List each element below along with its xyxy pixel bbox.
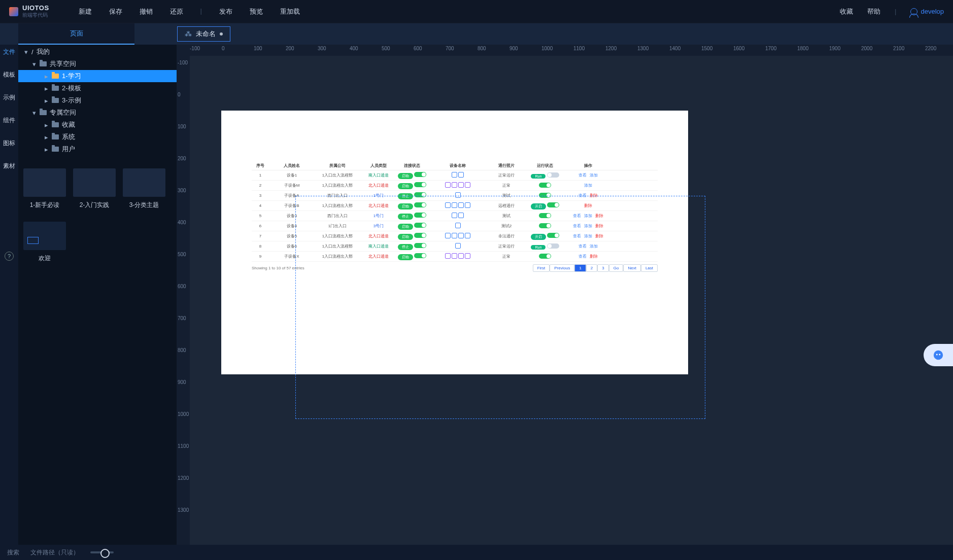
tree-item-label: 1-学习 bbox=[62, 72, 81, 81]
file-tree: ▾/ 我的 ▾ 共享空间 ▸ 1-学习 ▸ 2-模板 ▸ 3-示例 bbox=[18, 45, 177, 159]
pager: FirstPrevious123GoNextLast bbox=[533, 266, 658, 270]
table-row[interactable]: 6设备41门出入口3号门启动 测试2查看添加删除 bbox=[252, 221, 658, 231]
tree-private[interactable]: ▾ 专属空间 bbox=[18, 107, 177, 119]
table-row[interactable]: 3子设备A西门出入口1号门停止 测试查看删除 bbox=[252, 191, 658, 201]
caret-right-icon: ▸ bbox=[44, 85, 49, 92]
thumb-welcome[interactable]: 欢迎 bbox=[23, 222, 66, 263]
menu-new[interactable]: 新建 bbox=[79, 7, 92, 16]
menu-separator-right: | bbox=[895, 8, 896, 15]
pager-previous[interactable]: Previous bbox=[550, 264, 574, 272]
tab-document-label: 未命名 bbox=[196, 29, 216, 39]
menu-restore[interactable]: 还原 bbox=[170, 7, 183, 16]
pager-first[interactable]: First bbox=[533, 264, 550, 272]
menu-help[interactable]: 帮助 bbox=[867, 7, 880, 16]
tree-item-sys[interactable]: ▸ 系统 bbox=[18, 131, 177, 143]
user-name: develop bbox=[921, 8, 944, 15]
pager-last[interactable]: Last bbox=[641, 264, 658, 272]
tree-item-study[interactable]: ▸ 1-学习 bbox=[18, 70, 177, 82]
cat-file[interactable]: 文件 bbox=[3, 48, 15, 56]
cat-example[interactable]: 示例 bbox=[3, 93, 15, 102]
assistant-button[interactable] bbox=[924, 344, 953, 366]
category-strip: 文件 模板 示例 组件 图标 素材 ? bbox=[0, 45, 18, 545]
caret-down-icon: ▾ bbox=[31, 60, 37, 68]
tree-item-user[interactable]: ▸ 用户 bbox=[18, 143, 177, 155]
main-menu: 新建 保存 撤销 还原 | 发布 预览 重加载 bbox=[79, 7, 300, 16]
preview-table: 序号人员姓名所属公司人员类型连接状态设备名称通行照片运行状态操作 1设备11入口… bbox=[252, 161, 658, 324]
cat-icon[interactable]: 图标 bbox=[3, 139, 15, 148]
thumb-newbie[interactable]: 1-新手必读 bbox=[23, 168, 66, 209]
unsaved-dot-icon bbox=[220, 32, 223, 36]
table-row[interactable]: 7设备51入口流程出入部北入口通道启动 非法通行开启 查看添加删除 bbox=[252, 231, 658, 241]
canvas[interactable]: -100010020030040050060070080090010001100… bbox=[177, 45, 953, 545]
table-row[interactable]: 8设备61入口出入流程部南入口通道停止 正常运行Run 查看添加 bbox=[252, 241, 658, 252]
thumb-label: 3-分类主题 bbox=[129, 201, 159, 209]
user-icon bbox=[910, 8, 917, 15]
svg-point-2 bbox=[939, 354, 940, 356]
thumb-topics[interactable]: 3-分类主题 bbox=[123, 168, 165, 209]
folder-icon bbox=[40, 110, 47, 115]
svg-point-0 bbox=[934, 351, 943, 360]
folder-icon bbox=[52, 147, 59, 152]
caret-right-icon: ▸ bbox=[44, 133, 49, 141]
artboard[interactable]: 序号人员姓名所属公司人员类型连接状态设备名称通行照片运行状态操作 1设备11入口… bbox=[221, 111, 688, 374]
secondary-tab-row: 页面 ⁂ 未命名 bbox=[0, 23, 953, 45]
logo[interactable]: UIOTOS 前端零代码 bbox=[9, 4, 49, 19]
tree-item-fav[interactable]: ▸ 收藏 bbox=[18, 119, 177, 131]
table-row[interactable]: 9子设备X1入口流程出入部北入口通道启动 正常查看删除 bbox=[252, 252, 658, 262]
menu-favorite[interactable]: 收藏 bbox=[840, 7, 853, 16]
zoom-slider[interactable] bbox=[90, 551, 114, 553]
folder-thumb-icon bbox=[23, 168, 66, 197]
left-tab-area: 页面 bbox=[0, 23, 134, 45]
menu-preview[interactable]: 预览 bbox=[250, 7, 263, 16]
menu-reload[interactable]: 重加载 bbox=[280, 7, 300, 16]
cat-template[interactable]: 模板 bbox=[3, 71, 15, 79]
folder-thumbnails: 1-新手必读 2-入门实践 3-分类主题 欢迎 bbox=[18, 159, 177, 272]
tree-root[interactable]: ▾/ 我的 bbox=[18, 46, 177, 58]
tree-item-template[interactable]: ▸ 2-模板 bbox=[18, 82, 177, 94]
tab-page[interactable]: 页面 bbox=[18, 23, 134, 45]
table-row[interactable]: 1设备11入口出入流程部南入口通道启动 正常运行Run 查看添加 bbox=[252, 170, 658, 181]
thumb-practice[interactable]: 2-入门实践 bbox=[73, 168, 116, 209]
right-menu: 收藏 帮助 | develop bbox=[840, 7, 944, 16]
tree-item-example[interactable]: ▸ 3-示例 bbox=[18, 94, 177, 107]
file-tree-panel: ▾/ 我的 ▾ 共享空间 ▸ 1-学习 ▸ 2-模板 ▸ 3-示例 bbox=[18, 45, 177, 545]
table-row[interactable]: 2子设备M1入口流程出入部北入口通道启动 正常添加 bbox=[252, 181, 658, 191]
pager-3[interactable]: 3 bbox=[597, 264, 608, 272]
thumb-label: 2-入门实践 bbox=[80, 201, 110, 209]
tab-document-unnamed[interactable]: ⁂ 未命名 bbox=[177, 26, 230, 42]
logo-mark-icon bbox=[9, 7, 18, 16]
user-chip[interactable]: develop bbox=[910, 8, 944, 15]
entries-info: Showing 1 to 10 of 57 entries bbox=[252, 266, 304, 270]
assistant-icon bbox=[933, 349, 944, 361]
pager-go[interactable]: Go bbox=[609, 264, 624, 272]
main-area: 文件 模板 示例 组件 图标 素材 ? ▾/ 我的 ▾ 共享空间 ▸ 1-学习 bbox=[0, 45, 953, 545]
menu-undo[interactable]: 撤销 bbox=[140, 7, 153, 16]
ruler-vertical: -100010020030040050060070080090010001100… bbox=[177, 56, 190, 545]
cat-material[interactable]: 素材 bbox=[3, 162, 15, 170]
tree-shared-label: 共享空间 bbox=[50, 59, 76, 68]
help-icon[interactable]: ? bbox=[5, 252, 14, 261]
brand-sub: 前端零代码 bbox=[22, 12, 49, 19]
folder-thumb-icon bbox=[123, 168, 165, 197]
caret-down-icon: ▾ bbox=[31, 109, 37, 117]
tree-item-label: 2-模板 bbox=[62, 84, 81, 93]
folder-icon bbox=[52, 122, 59, 127]
cat-component[interactable]: 组件 bbox=[3, 116, 15, 125]
tree-item-label: 收藏 bbox=[62, 120, 75, 129]
pager-next[interactable]: Next bbox=[623, 264, 640, 272]
table-row[interactable]: 4子设备B1入口流程出入部北入口通道启动 远程通行开启 删除 bbox=[252, 201, 658, 211]
folder-icon bbox=[52, 74, 59, 79]
status-search[interactable]: 搜索 bbox=[7, 548, 19, 557]
table-row[interactable]: 5设备3西门出入口1号门停止 测试查看添加删除 bbox=[252, 211, 658, 221]
menu-publish[interactable]: 发布 bbox=[219, 7, 232, 16]
preview-table-footer: Showing 1 to 10 of 57 entries FirstPrevi… bbox=[252, 266, 658, 270]
pager-1[interactable]: 1 bbox=[574, 264, 586, 272]
caret-right-icon: ▸ bbox=[44, 121, 49, 129]
tree-item-label: 系统 bbox=[62, 132, 75, 142]
tree-shared[interactable]: ▾ 共享空间 bbox=[18, 58, 177, 70]
folder-icon bbox=[52, 98, 59, 103]
thumb-label: 1-新手必读 bbox=[30, 201, 60, 209]
pager-2[interactable]: 2 bbox=[586, 264, 597, 272]
menu-save[interactable]: 保存 bbox=[109, 7, 122, 16]
caret-right-icon: ▸ bbox=[44, 97, 49, 104]
